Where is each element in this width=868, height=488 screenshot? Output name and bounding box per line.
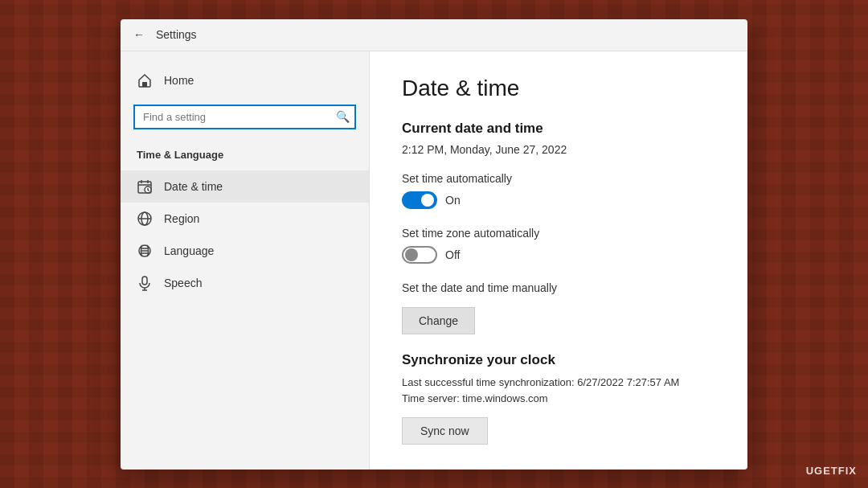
sidebar: Home 🔍 Time & Language <box>121 51 370 470</box>
back-button[interactable]: ← <box>130 25 148 44</box>
sync-now-button[interactable]: Sync now <box>402 417 488 445</box>
auto-timezone-state: Off <box>445 248 460 261</box>
sidebar-item-region-label: Region <box>164 212 199 225</box>
search-box: 🔍 <box>133 105 356 129</box>
sync-info: Last successful time synchronization: 6/… <box>402 375 715 408</box>
home-icon <box>137 72 153 88</box>
content-area: Home 🔍 Time & Language <box>121 51 747 470</box>
auto-time-toggle-row: On <box>402 191 715 209</box>
search-input[interactable] <box>133 105 356 129</box>
svg-rect-10 <box>142 277 147 285</box>
sync-info-line1: Last successful time synchronization: 6/… <box>402 376 679 388</box>
sidebar-item-home[interactable]: Home <box>121 64 369 96</box>
title-bar: ← Settings <box>121 19 747 51</box>
speech-icon <box>137 275 153 291</box>
settings-window: ← Settings Home 🔍 Time & Langu <box>121 19 747 470</box>
section-label: Time & Language <box>121 142 369 170</box>
current-section-heading: Current date and time <box>402 121 715 137</box>
auto-time-toggle[interactable] <box>402 191 437 209</box>
sidebar-item-speech[interactable]: Speech <box>121 267 369 299</box>
search-icon: 🔍 <box>336 110 350 123</box>
watermark: UGETFIX <box>806 465 857 477</box>
sidebar-item-date-time[interactable]: Date & time <box>121 170 369 203</box>
auto-timezone-group: Set time zone automatically Off <box>402 227 715 264</box>
language-icon <box>137 243 153 259</box>
sidebar-item-region[interactable]: Region <box>121 203 369 235</box>
main-content: Date & time Current date and time 2:12 P… <box>370 51 747 470</box>
sync-info-line2: Time server: time.windows.com <box>402 392 548 404</box>
sync-section: Synchronize your clock Last successful t… <box>402 352 715 445</box>
manual-time-group: Set the date and time manually Change <box>402 281 715 334</box>
auto-time-state: On <box>445 194 461 207</box>
manual-time-label: Set the date and time manually <box>402 281 715 294</box>
sidebar-item-language-label: Language <box>164 244 214 257</box>
auto-time-group: Set time automatically On <box>402 172 715 209</box>
change-button[interactable]: Change <box>402 307 475 334</box>
svg-rect-0 <box>142 82 147 87</box>
current-datetime: 2:12 PM, Monday, June 27, 2022 <box>402 143 715 156</box>
region-icon <box>137 211 153 227</box>
sidebar-item-language[interactable]: Language <box>121 235 369 267</box>
auto-time-label: Set time automatically <box>402 172 715 185</box>
sync-heading: Synchronize your clock <box>402 352 715 368</box>
sidebar-item-date-time-label: Date & time <box>164 180 223 193</box>
page-title: Date & time <box>402 76 715 101</box>
sidebar-item-speech-label: Speech <box>164 277 202 289</box>
date-time-icon <box>137 178 153 195</box>
auto-timezone-toggle[interactable] <box>402 246 437 264</box>
home-label: Home <box>164 74 194 87</box>
auto-timezone-toggle-row: Off <box>402 246 715 264</box>
window-title: Settings <box>156 28 197 41</box>
auto-timezone-label: Set time zone automatically <box>402 227 715 240</box>
